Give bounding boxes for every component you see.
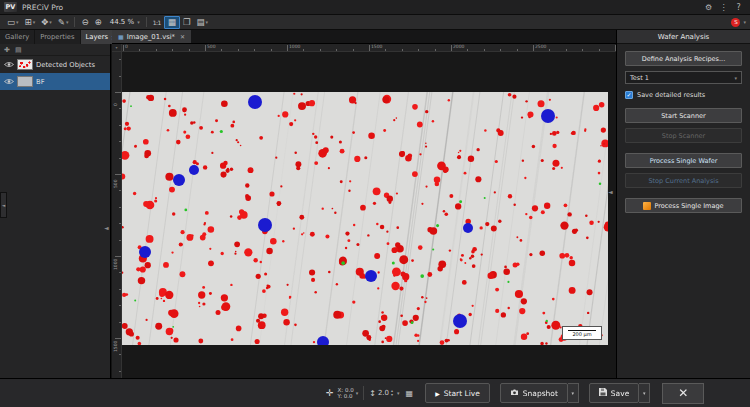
start-scanner-label: Start Scanner [661, 112, 706, 120]
bottom-bar: ✛ X: 0.0 Y: 0.0 ▾ ↕ 2.0 ▴▾ ▾ ▦ ▶ Start L… [0, 378, 750, 407]
image-process-icon [643, 202, 651, 210]
help-icon[interactable]: ? [731, 3, 746, 12]
checkbox-checked-icon[interactable]: ✓ [625, 91, 633, 99]
stop-current-analysis-label: Stop Current Analysis [648, 177, 718, 185]
stop-scanner-button: Stop Scanner [625, 128, 742, 143]
chevron-down-icon: ▾ [33, 19, 36, 25]
stage-xy-readout[interactable]: X: 0.0 Y: 0.0 [338, 387, 354, 399]
chevron-down-icon[interactable]: ▾ [356, 390, 359, 396]
v-ruler: 050010001500 [112, 52, 122, 378]
left-panel-collapse-icon[interactable]: ◄ [104, 224, 109, 231]
snapshot-button[interactable]: Snapshot [500, 383, 568, 403]
snapshot-options-dropdown[interactable]: ▾ [568, 383, 579, 403]
z-spinner[interactable]: ▴▾ [391, 389, 393, 397]
start-scanner-button[interactable]: Start Scanner [625, 108, 742, 123]
save-disk-icon [599, 388, 607, 398]
tab-properties[interactable]: Properties [35, 30, 80, 44]
overlay-view-button[interactable]: ▤▾ [194, 16, 212, 29]
save-button[interactable]: Save [589, 383, 639, 403]
process-single-wafer-button[interactable]: Process Single Wafer [625, 153, 742, 168]
z-value: 2.0 [378, 389, 389, 397]
zoom-out-icon: ⊖ [81, 17, 88, 27]
micrograph-image[interactable]: 200 µm [122, 92, 608, 345]
layer-options-icon[interactable]: ▤ [15, 46, 22, 54]
titlebar-actions: ⚙ ⋮ ? [701, 3, 746, 12]
document-tab[interactable]: ▦ Image_01.vsi* ✕ [112, 30, 191, 43]
scale-bar: 200 µm [562, 326, 602, 340]
chevron-down-icon[interactable]: ▾ [397, 390, 400, 396]
ruler-options-button[interactable]: ▾ [112, 44, 122, 52]
process-single-image-label: Process Single Image [654, 202, 723, 210]
left-flyout-handle[interactable]: ◄ [0, 192, 7, 218]
z-position-control[interactable]: ↕ 2.0 ▴▾ ▾ [369, 389, 399, 398]
define-analysis-recipes-label: Define Analysis Recipes... [642, 55, 725, 63]
zoom-level-button[interactable]: 44.5 %▾ [105, 16, 143, 29]
zoom-in-button[interactable]: ⊕ [92, 16, 105, 29]
left-panel-tabs: Gallery Properties Layers✕ [0, 30, 110, 44]
tile-view-button[interactable]: ❐ [180, 16, 194, 29]
left-panel: Gallery Properties Layers✕ ✚ ▤ Detected … [0, 30, 111, 378]
z-axis-icon: ↕ [369, 389, 376, 398]
tab-gallery[interactable]: Gallery [0, 30, 35, 44]
layer-thumbnail [17, 59, 33, 70]
close-button[interactable]: ✕ [662, 383, 704, 404]
main-toolbar: ▭▾ ⊞▾ ✥▾ ✎▾ ⊖ ⊕ 44.5 %▾ 1:1 ▦ ❐ ▤▾ S ▾ [0, 14, 750, 30]
stop-current-analysis-button: Stop Current Analysis [625, 173, 742, 188]
chevron-down-icon: ▾ [734, 75, 737, 81]
scale-bar-label: 200 µm [572, 332, 591, 337]
document-area: ▦ Image_01.vsi* ✕ ▾ 05001000150020002500… [112, 30, 616, 378]
tab-properties-label: Properties [40, 33, 74, 41]
select-rectangle-icon: ▭ [7, 17, 15, 27]
stage-position-icon: ✛ [326, 388, 334, 398]
visibility-eye-icon[interactable] [3, 78, 14, 85]
process-single-image-button[interactable]: Process Single Image [625, 198, 742, 213]
stage-navigator-icon[interactable]: ▦ [406, 389, 414, 398]
tab-close-icon[interactable]: ✕ [180, 33, 185, 40]
layer-row-detected-objects[interactable]: Detected Objects [0, 56, 110, 73]
spinner-down-icon[interactable]: ▾ [391, 393, 393, 397]
chevron-down-icon[interactable]: ▾ [743, 19, 746, 25]
chevron-down-icon: ▾ [66, 19, 69, 25]
fit-to-view-button[interactable]: ▦ [164, 16, 180, 29]
start-live-label: Start Live [444, 389, 480, 398]
layer-row-bf[interactable]: BF [0, 73, 110, 90]
recipe-select[interactable]: Test 1 ▾ [625, 71, 742, 84]
select-tool-button[interactable]: ▭▾ [4, 16, 22, 29]
actual-size-icon: 1:1 [153, 19, 161, 26]
wafer-analysis-body: Define Analysis Recipes... Test 1 ▾ ✓ Sa… [617, 44, 750, 225]
recipe-selected-value: Test 1 [630, 74, 649, 82]
chevron-down-icon: ▾ [206, 19, 209, 25]
wafer-analysis-panel: Wafer Analysis Define Analysis Recipes..… [616, 30, 750, 378]
canvas-region: 200 µm [122, 52, 616, 378]
close-icon: ✕ [678, 386, 688, 400]
zoom-level-value: 44.5 % [108, 18, 136, 26]
visibility-eye-icon[interactable] [3, 61, 14, 68]
zoom-out-button[interactable]: ⊖ [78, 16, 91, 29]
bottom-bar-separator [363, 386, 364, 400]
stage-y-value: Y: 0.0 [338, 393, 354, 399]
actual-size-button[interactable]: 1:1 [150, 16, 164, 29]
settings-gear-icon[interactable]: ⚙ [701, 3, 716, 12]
annotation-tool-button[interactable]: ✎▾ [55, 16, 72, 29]
move-tool-button[interactable]: ✥▾ [38, 16, 55, 29]
pencil-icon: ✎ [58, 17, 65, 27]
crop-tool-button[interactable]: ⊞▾ [22, 16, 39, 29]
fit-to-view-icon: ▦ [168, 17, 176, 27]
save-options-dropdown[interactable]: ▾ [639, 383, 650, 403]
user-status-badge[interactable]: S [731, 18, 740, 27]
start-live-button[interactable]: ▶ Start Live [425, 383, 490, 403]
define-analysis-recipes-button[interactable]: Define Analysis Recipes... [625, 51, 742, 66]
layer-name: Detected Objects [36, 61, 95, 69]
camera-icon [510, 389, 519, 398]
save-label: Save [611, 389, 629, 398]
more-options-icon[interactable]: ⋮ [716, 3, 731, 12]
micrograph-canvas[interactable] [122, 92, 608, 345]
layer-name: BF [36, 78, 45, 86]
process-single-wafer-label: Process Single Wafer [650, 157, 718, 165]
save-detailed-results-checkbox[interactable]: ✓ Save detailed results [625, 91, 742, 99]
add-layer-icon[interactable]: ✚ [4, 46, 10, 54]
save-detailed-results-label: Save detailed results [637, 91, 705, 99]
right-panel-collapse-icon[interactable]: ◄ [608, 188, 613, 195]
zoom-in-icon: ⊕ [95, 17, 102, 27]
app-title: PRECiV Pro [22, 3, 63, 12]
